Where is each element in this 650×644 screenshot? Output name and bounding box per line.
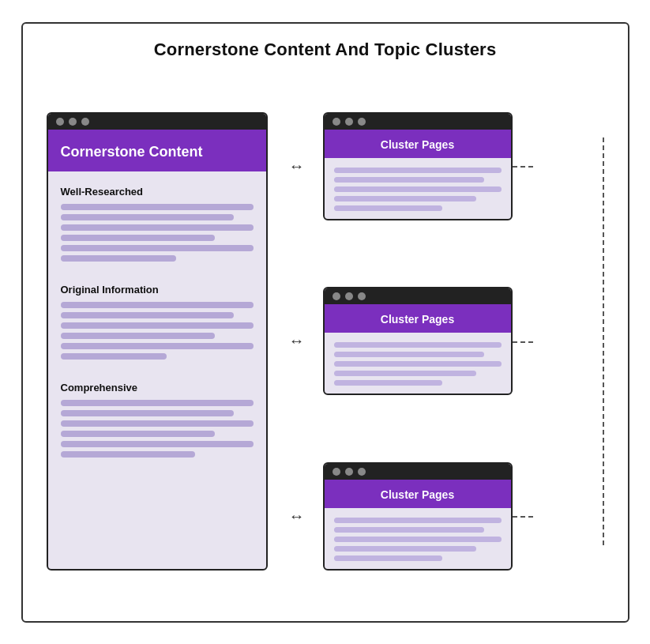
cluster-header-text-1: Cluster Pages [381, 138, 454, 151]
cornerstone-header-text: Cornerstone Content [61, 144, 203, 160]
cdot-4 [333, 292, 340, 300]
cline [334, 177, 485, 183]
cline [334, 361, 502, 367]
cline [334, 555, 443, 561]
cluster-row-3: ↔ Cluster Pages [268, 462, 604, 571]
cluster-wrapper-3: Cluster Pages [323, 462, 513, 571]
well-researched-lines [61, 204, 254, 262]
line [61, 441, 254, 447]
cline [334, 380, 443, 386]
cdot-9 [358, 468, 366, 476]
cluster-body-3 [325, 508, 511, 569]
right-dotted-line [603, 137, 604, 545]
cluster-body-1 [325, 158, 511, 219]
cdot-6 [358, 292, 366, 300]
arrow-icon-3: ↔ [289, 507, 302, 525]
line [61, 224, 254, 231]
cluster-header-text-2: Cluster Pages [381, 313, 454, 326]
cluster-title-bar-1 [325, 114, 511, 130]
cluster-title-bar-2 [325, 288, 511, 304]
diagram-area: Cornerstone Content Well-Researched Orig… [47, 77, 604, 605]
cluster-panel-3: Cluster Pages [323, 462, 513, 571]
cluster-header-text-3: Cluster Pages [381, 488, 454, 501]
line [61, 235, 215, 241]
line [61, 322, 254, 329]
h-dashed-1 [513, 166, 533, 168]
cline [334, 527, 485, 533]
line [61, 353, 167, 360]
h-dashed-3 [513, 516, 533, 518]
line [61, 333, 215, 339]
cluster-header-1: Cluster Pages [325, 130, 511, 158]
line [61, 302, 254, 308]
comprehensive-lines [61, 400, 254, 458]
arrow-3: ↔ [268, 507, 323, 525]
cluster-title-bar-3 [325, 464, 511, 480]
cluster-row-2: ↔ Cluster Pages [268, 287, 604, 395]
line [61, 343, 254, 349]
divider-2 [61, 367, 254, 378]
line [61, 204, 254, 210]
line [61, 245, 254, 251]
cluster-panel-1: Cluster Pages [323, 112, 513, 220]
section-label-comprehensive: Comprehensive [61, 382, 254, 394]
main-title: Cornerstone Content And Topic Clusters [154, 40, 497, 60]
cornerstone-panel: Cornerstone Content Well-Researched Orig… [47, 112, 268, 571]
section-label-well-researched: Well-Researched [61, 186, 254, 198]
arrow-2: ↔ [268, 332, 323, 350]
cdot-7 [333, 468, 340, 476]
section-label-original: Original Information [61, 284, 254, 296]
dot-3 [81, 118, 89, 126]
cline [334, 205, 443, 211]
cdot-2 [345, 118, 353, 126]
cluster-wrapper-1: Cluster Pages [323, 112, 513, 220]
arrow-1: ↔ [268, 157, 323, 175]
dot-1 [56, 118, 64, 126]
line [61, 400, 254, 406]
cline [334, 186, 502, 192]
cdot-1 [333, 118, 340, 126]
cline [334, 342, 502, 348]
arrow-icon-2: ↔ [289, 332, 302, 350]
cluster-header-3: Cluster Pages [325, 480, 511, 508]
cluster-wrapper-2: Cluster Pages [323, 287, 513, 395]
line [61, 410, 235, 416]
cline [334, 352, 485, 357]
cline [334, 537, 502, 542]
line [61, 420, 254, 427]
cornerstone-header: Cornerstone Content [48, 130, 266, 171]
cline [334, 371, 476, 376]
line [61, 431, 215, 437]
cline [334, 196, 476, 201]
line [61, 451, 196, 458]
h-dashed-2 [513, 341, 533, 343]
cluster-panel-2: Cluster Pages [323, 287, 513, 395]
cornerstone-title-bar [48, 114, 266, 130]
cluster-body-2 [325, 333, 511, 394]
cluster-row-1: ↔ Cluster Pages [268, 112, 604, 220]
line [61, 255, 176, 262]
cdot-8 [345, 468, 353, 476]
outer-border: Cornerstone Content And Topic Clusters C… [21, 22, 629, 623]
arrow-icon-1: ↔ [289, 157, 302, 175]
cdot-5 [345, 292, 353, 300]
dot-2 [69, 118, 77, 126]
cline [334, 546, 476, 552]
cdot-3 [358, 118, 366, 126]
cline [334, 168, 502, 173]
line [61, 312, 235, 318]
line [61, 214, 235, 220]
cluster-header-2: Cluster Pages [325, 304, 511, 333]
original-lines [61, 302, 254, 360]
divider-1 [61, 269, 254, 281]
right-area: ↔ Cluster Pages [268, 112, 604, 571]
cornerstone-body: Well-Researched Original Information [48, 171, 266, 569]
cline [334, 518, 502, 523]
